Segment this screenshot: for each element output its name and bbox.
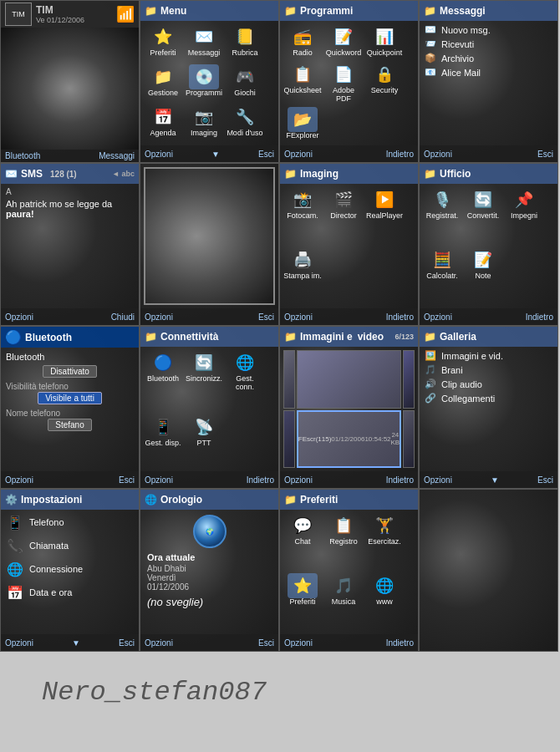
menu-item-rubrica[interactable]: 📒 Rubrica	[226, 24, 264, 62]
preferiti-indietro-btn[interactable]: Indietro	[386, 638, 414, 648]
alicemail-icon: 📧	[425, 67, 436, 78]
agenda-opzioni-btn[interactable]: Opzioni	[145, 312, 173, 322]
msg-item-ricevuti[interactable]: 📨 Ricevuti	[425, 38, 552, 49]
pref-chat[interactable]: 💬 Chat	[283, 513, 322, 571]
cell-preferiti: 📁 Preferiti 💬 Chat 📋 Registro 🏋️ Esercit…	[279, 489, 419, 652]
menu-item-gestione[interactable]: 📁 Gestione	[144, 64, 182, 102]
messaggi-opzioni-btn[interactable]: Opzioni	[424, 150, 452, 159]
agenda-esci-btn[interactable]: Esci	[258, 312, 274, 322]
tim-header: TIM TIM Ve 01/12/2006 📶	[1, 1, 139, 28]
galleria-opzioni-btn[interactable]: Opzioni	[424, 475, 452, 485]
galleria-chevron[interactable]: ▼	[491, 475, 499, 485]
prog-quicksheet[interactable]: 📋 Quicksheet	[283, 62, 322, 105]
bluetooth-opzioni-btn[interactable]: Opzioni	[5, 475, 33, 485]
prog-quickword[interactable]: 📝 Quickword	[324, 24, 363, 59]
programmi-indietro-btn[interactable]: Indietro	[386, 150, 414, 159]
conn-opzioni-btn[interactable]: Opzioni	[145, 475, 173, 485]
menu-opzioni-btn[interactable]: Opzioni	[145, 150, 173, 159]
menu-esci-btn[interactable]: Esci	[258, 150, 274, 159]
galleria-esci-btn[interactable]: Esci	[537, 475, 553, 485]
settings-dataora[interactable]: 📅 Data e ora	[6, 583, 134, 602]
programmi-title: Programmi	[300, 5, 353, 17]
pref-esercitaz[interactable]: 🏋️ Esercitaz.	[365, 513, 404, 571]
imaging-director[interactable]: 🎬 Director	[324, 187, 363, 245]
orologio-esci-btn[interactable]: Esci	[258, 638, 274, 648]
thumb-3[interactable]	[403, 350, 415, 409]
ufficio-impegni[interactable]: 📌 Impegni	[505, 187, 543, 245]
menu-item-programmi[interactable]: 💿 Programmi	[185, 64, 223, 102]
thumb-1[interactable]	[283, 350, 295, 409]
pref-www[interactable]: 🌐 www	[365, 573, 404, 631]
menu-item-agenda[interactable]: 📅 Agenda	[144, 104, 182, 142]
conn-gestconn[interactable]: 🌐 Gest. conn.	[226, 350, 264, 412]
ufficio-note[interactable]: 📝 Note	[464, 247, 502, 305]
thumb-selected[interactable]: FEscr(115) 01/12/2006 10:54:52 24 KB	[297, 410, 401, 469]
messaggi-esci-btn[interactable]: Esci	[537, 150, 553, 159]
thumb-4[interactable]	[283, 410, 295, 469]
messaggi-folder-icon: 📁	[424, 5, 436, 17]
menu-item-giochi[interactable]: 🎮 Giochi	[226, 64, 264, 102]
ufficio-calcolatr[interactable]: 🧮 Calcolatr.	[423, 247, 461, 305]
prog-fexplorer[interactable]: 📂 FExplorer	[283, 107, 322, 142]
menu-item-modi[interactable]: 🔧 Modi d'uso	[226, 104, 264, 142]
prog-quickpoint[interactable]: 📊 Quickpoint	[365, 24, 404, 59]
impostazioni-esci-btn[interactable]: Esci	[119, 638, 135, 648]
gal-item-collegamenti[interactable]: 🔗 Collegamenti	[425, 393, 552, 404]
orologio-opzioni-btn[interactable]: Opzioni	[145, 638, 173, 648]
imaging-fotocam[interactable]: 📸 Fotocam.	[283, 187, 322, 245]
programmi-opzioni-btn[interactable]: Opzioni	[284, 150, 313, 159]
immagini-opzioni-btn[interactable]: Opzioni	[284, 475, 313, 485]
menu-item-preferiti[interactable]: ⭐ Preferiti	[144, 24, 182, 62]
cell-programmi: 📁 Programmi 📻 Radio 📝 Quickword 📊 Quickp…	[279, 0, 419, 163]
gal-item-clipaudio[interactable]: 🔊 Clip audio	[425, 379, 552, 389]
menu-item-messaggi[interactable]: ✉️ Messaggi	[185, 24, 223, 62]
ufficio-convertit[interactable]: 🔄 Convertit.	[464, 187, 502, 245]
prog-security[interactable]: 🔒 Security	[365, 62, 404, 105]
msg-item-archivio[interactable]: 📦 Archivio	[425, 53, 552, 64]
imaging-indietro-btn[interactable]: Indietro	[386, 312, 414, 322]
preferiti-opzioni-btn[interactable]: Opzioni	[284, 638, 313, 648]
sms-chiudi-btn[interactable]: Chiudi	[111, 312, 135, 322]
thumb-2[interactable]	[297, 350, 401, 409]
menu-folder-icon: 📁	[145, 5, 157, 17]
orologio-header: 🌐 Orologio	[140, 490, 278, 510]
ufficio-registrat[interactable]: 🎙️ Registrat.	[423, 187, 461, 245]
prog-radio[interactable]: 📻 Radio	[283, 24, 322, 59]
impostazioni-list: 📱 Telefono 📞 Chiamata 🌐 Connessione 📅 Da…	[1, 510, 139, 634]
settings-connessione[interactable]: 🌐 Connessione	[6, 560, 134, 578]
msg-item-nuovomsg[interactable]: ✉️ Nuovo msg.	[425, 24, 552, 35]
settings-chiamata[interactable]: 📞 Chiamata	[6, 536, 134, 555]
tim-bluetooth-btn[interactable]: Bluetooth	[5, 151, 40, 160]
impostazioni-opzioni-btn[interactable]: Opzioni	[5, 638, 33, 648]
ufficio-indietro-btn[interactable]: Indietro	[526, 312, 553, 322]
imaging-opzioni-btn[interactable]: Opzioni	[284, 312, 313, 322]
immagini-indietro-btn[interactable]: Indietro	[386, 475, 414, 485]
menu-chevron[interactable]: ▼	[211, 150, 220, 159]
pref-preferiti[interactable]: ⭐ Preferiti	[283, 573, 322, 631]
imaging-footer: Opzioni Indietro	[280, 308, 418, 325]
prog-adobepdf[interactable]: 📄 Adobe PDF	[324, 62, 363, 105]
gal-item-brani[interactable]: 🎵 Brani	[425, 364, 552, 375]
pref-registro[interactable]: 📋 Registro	[324, 513, 363, 571]
pref-musica[interactable]: 🎵 Musica	[324, 573, 363, 631]
conn-ptt[interactable]: 📡 PTT	[185, 414, 223, 468]
gal-item-immagini[interactable]: 🖼️ Immagini e vid.	[425, 350, 552, 361]
imaging-realplayer[interactable]: ▶️ RealPlayer	[365, 187, 404, 245]
thumb-6[interactable]	[403, 410, 415, 469]
sms-opzioni-btn[interactable]: Opzioni	[5, 312, 33, 322]
impostazioni-chevron[interactable]: ▼	[72, 638, 80, 648]
nuovomsg-icon: ✉️	[425, 24, 436, 35]
conn-bluetooth[interactable]: 🔵 Bluetooth	[144, 350, 182, 412]
conn-icon-grid: 🔵 Bluetooth 🔄 Sincronizz. 🌐 Gest. conn. …	[140, 347, 278, 471]
conn-sincronizz[interactable]: 🔄 Sincronizz.	[185, 350, 223, 412]
settings-telefono[interactable]: 📱 Telefono	[6, 513, 134, 531]
menu-item-imaging[interactable]: 📷 Imaging	[185, 104, 223, 142]
tim-messages-btn[interactable]: Messaggi	[99, 151, 135, 160]
imaging-stampa[interactable]: 🖨️ Stampa im.	[283, 247, 322, 305]
ufficio-opzioni-btn[interactable]: Opzioni	[424, 312, 452, 322]
conn-gestdisp[interactable]: 📱 Gest. disp.	[144, 414, 182, 468]
conn-indietro-btn[interactable]: Indietro	[247, 475, 274, 485]
bluetooth-footer: Opzioni Esci	[1, 471, 139, 488]
bluetooth-esci-btn[interactable]: Esci	[119, 475, 135, 485]
msg-item-alicemail[interactable]: 📧 Alice Mail	[425, 67, 552, 78]
